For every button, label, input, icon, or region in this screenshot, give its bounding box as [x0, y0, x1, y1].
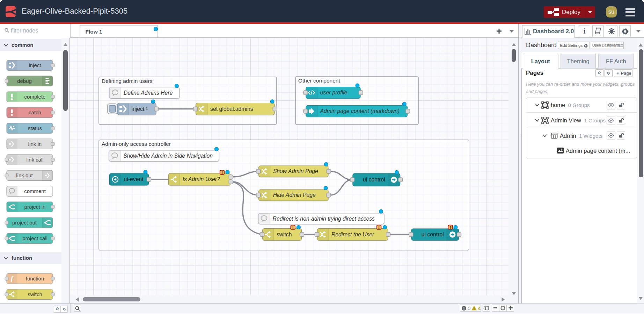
svg-text:inject ¹: inject ¹	[132, 106, 148, 112]
svg-text:Show/Hide Admin in Side Naviga: Show/Hide Admin in Side Navigation	[123, 153, 213, 159]
svg-text:comment: comment	[24, 188, 46, 194]
svg-text:function: function	[12, 255, 32, 261]
svg-text:debug: debug	[17, 78, 32, 84]
svg-text:Is Admin User?: Is Admin User?	[183, 176, 220, 182]
svg-text:ui control: ui control	[422, 231, 444, 237]
svg-text:!: !	[450, 225, 451, 229]
svg-text:project call: project call	[22, 235, 47, 241]
svg-text:switch: switch	[28, 291, 42, 297]
svg-text:status: status	[28, 125, 42, 131]
svg-text:!: !	[378, 225, 380, 229]
svg-text:Hide Admin Page: Hide Admin Page	[273, 192, 316, 198]
svg-text:Defining admin users: Defining admin users	[102, 78, 153, 84]
svg-text:set global.admins: set global.admins	[210, 106, 253, 112]
svg-text:link in: link in	[28, 141, 42, 147]
svg-text:Define Admins Here: Define Admins Here	[124, 90, 173, 96]
svg-text:ui control: ui control	[363, 177, 385, 183]
svg-text:link out: link out	[16, 172, 33, 178]
svg-text:catch: catch	[29, 109, 41, 115]
svg-text:inject: inject	[29, 62, 41, 68]
svg-text:complete: complete	[24, 94, 46, 100]
svg-text:project in: project in	[24, 204, 46, 210]
svg-text:project out: project out	[12, 220, 37, 226]
svg-text:common: common	[12, 42, 34, 48]
svg-text:Admin page content (markdown): Admin page content (markdown)	[320, 108, 400, 114]
svg-text:user profile: user profile	[320, 90, 347, 95]
svg-text:!: !	[221, 170, 223, 174]
svg-text:function: function	[26, 276, 44, 281]
svg-text:Show Admin Page: Show Admin Page	[273, 168, 318, 174]
svg-text:Other component: Other component	[298, 78, 340, 84]
svg-text:Admin-only access controller: Admin-only access controller	[102, 141, 171, 147]
svg-text:Redirect the User: Redirect the User	[331, 231, 374, 237]
svg-text:switch: switch	[277, 231, 292, 237]
svg-text:ui-event: ui-event	[124, 176, 144, 182]
svg-text:!: !	[292, 225, 294, 229]
svg-text:Redirect is non-admin trying d: Redirect is non-admin trying direct acce…	[273, 216, 375, 222]
svg-text:link call: link call	[26, 157, 43, 163]
